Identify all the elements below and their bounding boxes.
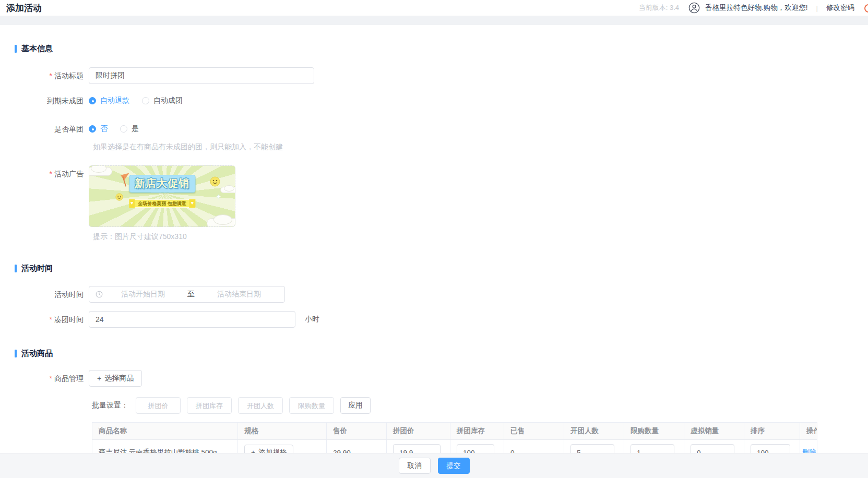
radio-single-yes[interactable]: 是 — [120, 124, 139, 134]
required-asterisk: * — [50, 374, 52, 383]
version-label: 当前版本: 3.4 — [639, 3, 679, 13]
start-date-placeholder[interactable]: 活动开始日期 — [103, 290, 183, 299]
sort-input[interactable] — [751, 444, 790, 453]
heart-icon: ♥ — [129, 199, 135, 208]
batch-group-stock-input[interactable] — [187, 397, 232, 414]
date-range-picker[interactable]: 活动开始日期 至 活动结束日期 — [89, 286, 285, 303]
col-group-price: 拼团价 — [387, 423, 450, 440]
single-group-hint: 如果选择是在有商品有未成团的团，则只能加入，不能创建 — [93, 142, 868, 152]
row-goods-manage: *商品管理 +选择商品 — [0, 370, 868, 387]
row-activity-ad: *活动广告 新店大促销 ✦ ♥ 全场价格美丽 包您满意 ♥ — [0, 165, 868, 227]
group-stock-input[interactable] — [457, 444, 494, 453]
form-footer: 取消 提交 — [0, 453, 868, 478]
plus-icon: + — [251, 448, 255, 453]
header-divider-band — [0, 16, 868, 25]
radio-dot-icon — [120, 125, 127, 133]
radio-dot-icon — [89, 97, 96, 104]
cloud-decoration — [89, 167, 112, 176]
cloud-decoration — [207, 218, 235, 227]
col-group-stock: 拼团库存 — [450, 423, 504, 440]
batch-group-size-input[interactable] — [238, 397, 283, 414]
ad-image-upload[interactable]: 新店大促销 ✦ ♥ 全场价格美丽 包您满意 ♥ — [89, 165, 235, 227]
end-date-placeholder[interactable]: 活动结束日期 — [199, 290, 279, 299]
col-price: 售价 — [327, 423, 387, 440]
row-gather-time: *凑团时间 小时 — [0, 311, 868, 328]
date-range-separator: 至 — [183, 290, 199, 299]
table-row: 森吉尼达 云南香格里拉山野核桃 500g +添加规格 29.90 0 删除 — [92, 440, 817, 453]
required-asterisk: * — [50, 71, 52, 80]
radio-dot-icon — [89, 125, 96, 133]
gather-time-input[interactable] — [89, 311, 295, 328]
section-title-text: 活动时间 — [21, 264, 53, 273]
row-single-group: 是否单团 否 是 — [0, 121, 868, 137]
row-activity-title: *活动标题 — [0, 67, 868, 84]
section-accent-bar — [15, 45, 17, 53]
col-sold: 已售 — [504, 423, 564, 440]
col-spec: 规格 — [238, 423, 327, 440]
group-size-input[interactable] — [570, 444, 614, 453]
change-password-link[interactable]: 修改密码 — [826, 3, 854, 13]
ad-size-tip: 提示：图片尺寸建议750x310 — [93, 232, 868, 242]
radio-dot-icon — [142, 97, 149, 104]
activity-title-label: *活动标题 — [0, 67, 84, 84]
smiley-icon — [115, 193, 123, 202]
activity-ad-label: *活动广告 — [0, 165, 84, 182]
radio-auto-group[interactable]: 自动成团 — [142, 96, 183, 105]
goods-name-cell: 森吉尼达 云南香格里拉山野核桃 500g — [92, 440, 238, 453]
screen: 添加活动 当前版本: 3.4 香格里拉特色好物.购物，欢迎您! | 修改密码 基… — [0, 0, 868, 478]
goods-table: 商品名称 规格 售价 拼团价 拼团库存 已售 开团人数 限购数量 虚拟销量 排序… — [92, 422, 817, 453]
goods-manage-label: *商品管理 — [0, 370, 84, 387]
row-expire-group: 到期未成团 自动退款 自动成团 — [0, 92, 868, 109]
single-group-radios: 否 是 — [89, 121, 139, 137]
select-goods-button[interactable]: +选择商品 — [89, 370, 142, 387]
plus-icon: + — [97, 374, 101, 383]
date-range-label: 活动时间 — [0, 286, 84, 303]
section-accent-bar — [15, 350, 17, 357]
expire-group-label: 到期未成团 — [0, 92, 84, 109]
banner-ribbon: ♥ 全场价格美丽 包您满意 ♥ — [129, 199, 195, 208]
table-header-row: 商品名称 规格 售价 拼团价 拼团库存 已售 开团人数 限购数量 虚拟销量 排序… — [92, 423, 817, 440]
col-sort: 排序 — [744, 423, 800, 440]
radio-single-no[interactable]: 否 — [89, 124, 108, 134]
delete-link[interactable]: 删除 — [802, 448, 816, 453]
single-group-label: 是否单团 — [0, 121, 84, 137]
gather-time-label: *凑团时间 — [0, 311, 84, 328]
row-batch-settings: 批量设置： 应用 — [92, 397, 868, 414]
heart-icon: ♥ — [189, 199, 195, 208]
required-asterisk: * — [50, 170, 52, 178]
sold-cell: 0 — [504, 440, 564, 453]
cancel-button[interactable]: 取消 — [399, 458, 431, 474]
radio-auto-refund[interactable]: 自动退款 — [89, 96, 129, 105]
section-title-text: 活动商品 — [21, 349, 53, 359]
sparkle-icon: ✦ — [216, 193, 221, 200]
col-goods-name: 商品名称 — [92, 423, 238, 440]
virtual-sales-input[interactable] — [691, 444, 734, 453]
apply-button[interactable]: 应用 — [340, 397, 371, 414]
smiley-icon — [210, 176, 220, 188]
section-basic-info: 基本信息 — [15, 44, 868, 54]
required-asterisk: * — [50, 315, 52, 324]
col-virtual-sales: 虚拟销量 — [684, 423, 744, 440]
welcome-text: 香格里拉特色好物.购物，欢迎您! — [705, 3, 808, 13]
form-content: 基本信息 *活动标题 到期未成团 自动退款 自动成团 是否单团 否 是 如果选择… — [0, 25, 868, 453]
col-group-size: 开团人数 — [564, 423, 624, 440]
batch-settings-label: 批量设置： — [92, 401, 128, 410]
price-cell: 29.90 — [327, 440, 387, 453]
banner-title-text: 新店大促销 — [129, 175, 195, 193]
group-price-input[interactable] — [393, 444, 441, 453]
limit-count-input[interactable] — [631, 444, 674, 453]
add-spec-button[interactable]: +添加规格 — [244, 445, 293, 453]
section-accent-bar — [15, 265, 17, 272]
activity-title-input[interactable] — [89, 67, 314, 84]
batch-limit-count-input[interactable] — [289, 397, 334, 414]
col-operation: 操作 — [800, 423, 817, 440]
row-date-range: 活动时间 活动开始日期 至 活动结束日期 — [0, 286, 868, 303]
submit-button[interactable]: 提交 — [438, 458, 470, 474]
section-activity-goods: 活动商品 — [15, 349, 868, 359]
banner-subtitle-text: 全场价格美丽 包您满意 — [135, 199, 189, 208]
logout-icon[interactable] — [864, 4, 868, 13]
batch-group-price-input[interactable] — [136, 397, 181, 414]
clock-icon — [96, 291, 103, 298]
top-bar: 添加活动 当前版本: 3.4 香格里拉特色好物.购物，欢迎您! | 修改密码 — [0, 0, 868, 16]
section-title-text: 基本信息 — [21, 44, 53, 54]
